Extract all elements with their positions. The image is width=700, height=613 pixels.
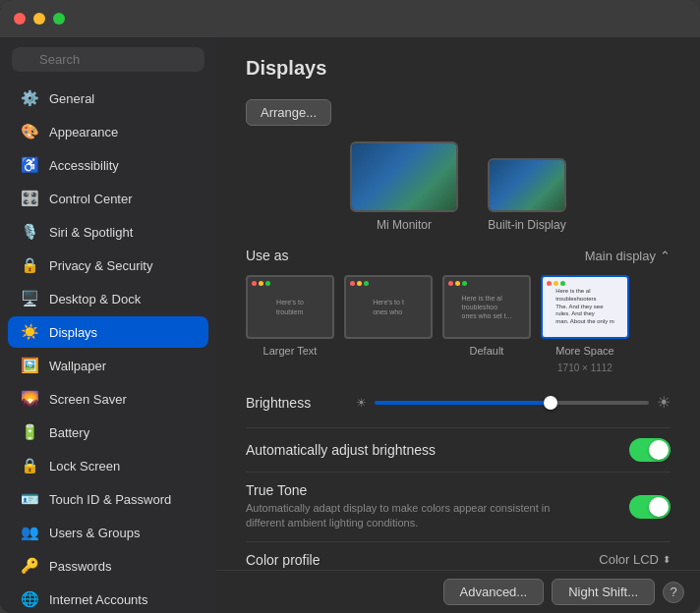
built-in-label: Built-in Display [488,218,565,232]
sidebar-item-accessibility[interactable]: ♿ Accessibility [8,149,208,181]
sidebar-item-internet-accounts[interactable]: 🌐 Internet Accounts [8,584,208,613]
resolution-options: Here's totroublem Larger Text Here's to … [246,275,671,373]
siri-icon: 🎙️ [20,222,39,242]
auto-brightness-toggle[interactable] [629,438,671,462]
sidebar-item-displays[interactable]: ☀️ Displays [8,316,208,348]
color-profile-value[interactable]: Color LCD ⬍ [599,552,671,567]
sidebar-item-label: Control Center [49,192,133,206]
sun-small-icon: ☀ [356,396,367,410]
res-option-2[interactable]: Here's to tones who [344,275,433,373]
use-as-value[interactable]: Main display ⌃ [585,249,671,263]
res-thumb-2: Here's to tones who [344,275,433,339]
help-button[interactable]: ? [663,582,684,603]
sidebar-item-label: Privacy & Security [49,258,152,273]
system-preferences-window: 🔍 ⚙️ General 🎨 Appearance ♿ Accessibilit… [0,0,700,613]
res-label-default: Default [470,345,504,357]
displays-icon: ☀️ [20,322,39,342]
use-as-label: Use as [246,248,289,263]
sidebar-item-appearance[interactable]: 🎨 Appearance [8,116,208,147]
sidebar-item-touch-id[interactable]: 🪪 Touch ID & Password [8,483,208,515]
chevron-updown-icon: ⬍ [663,554,671,565]
sidebar-item-label: General [49,91,94,106]
wallpaper-icon: 🖼️ [20,356,39,375]
sidebar-item-label: Battery [49,425,89,440]
sidebar-item-battery[interactable]: 🔋 Battery [8,417,208,448]
users-groups-icon: 👥 [20,523,39,542]
auto-brightness-row: Automatically adjust brightness [246,427,671,472]
touch-id-icon: 🪪 [20,489,39,509]
res-label-more-space: More Space [555,345,613,357]
color-profile-row: Color profile Color LCD ⬍ [246,541,671,570]
true-tone-title: True Tone [246,482,580,498]
sidebar-item-siri-spotlight[interactable]: 🎙️ Siri & Spotlight [8,216,208,248]
minimize-button[interactable] [33,13,45,25]
built-in-image [490,160,564,210]
screen-saver-icon: 🌄 [20,389,39,409]
built-in-thumb [488,158,566,212]
use-as-row: Use as Main display ⌃ [246,248,671,263]
accessibility-icon: ♿ [20,155,39,175]
res-option-larger-text[interactable]: Here's totroublem Larger Text [246,275,334,373]
brightness-row: Brightness ☀ ☀ [246,393,671,412]
passwords-icon: 🔑 [20,556,39,576]
bottom-bar: Advanced... Night Shift... ? [216,570,700,613]
sidebar-item-general[interactable]: ⚙️ General [8,83,208,114]
page-title: Displays [246,57,671,80]
brightness-slider-container: ☀ ☀ [356,393,671,412]
true-tone-description: Automatically adapt display to make colo… [246,501,580,531]
chevron-down-icon: ⌃ [660,249,671,263]
arrange-button[interactable]: Arrange... [246,99,331,126]
color-profile-label: Color profile [246,552,320,568]
res-thumb-default: Here is the altroubleshooones who set t.… [442,275,531,339]
sidebar-item-label: Desktop & Dock [49,292,141,306]
res-label-larger-text: Larger Text [263,345,318,357]
brightness-slider[interactable] [375,401,649,405]
privacy-icon: 🔒 [20,255,39,275]
mi-monitor-image [352,143,456,210]
sidebar-item-label: Lock Screen [49,459,120,474]
sidebar-item-control-center[interactable]: 🎛️ Control Center [8,183,208,214]
sidebar-item-users-groups[interactable]: 👥 Users & Groups [8,517,208,548]
general-icon: ⚙️ [20,88,39,108]
mi-monitor-thumb [350,141,458,212]
sidebar: 🔍 ⚙️ General 🎨 Appearance ♿ Accessibilit… [0,37,216,613]
sidebar-item-privacy-security[interactable]: 🔒 Privacy & Security [8,250,208,281]
res-thumb-more-space: Here is the altroubleshootersThe. And th… [541,275,629,339]
sun-large-icon: ☀ [657,393,671,412]
auto-brightness-title: Automatically adjust brightness [246,442,436,458]
sidebar-item-label: Siri & Spotlight [49,225,133,240]
res-thumb-larger-text: Here's totroublem [246,275,334,339]
search-container: 🔍 [0,37,216,82]
title-bar [0,0,700,37]
sidebar-item-label: Appearance [49,125,118,139]
sidebar-item-desktop-dock[interactable]: 🖥️ Desktop & Dock [8,283,208,314]
sidebar-item-label: Wallpaper [49,359,106,373]
sidebar-item-label: Passwords [49,559,112,574]
sidebar-item-passwords[interactable]: 🔑 Passwords [8,550,208,582]
sidebar-item-wallpaper[interactable]: 🖼️ Wallpaper [8,350,208,381]
battery-icon: 🔋 [20,422,39,442]
sidebar-item-screen-saver[interactable]: 🌄 Screen Saver [8,383,208,415]
main-panel: Displays Arrange... Mi Monitor [216,37,700,570]
mi-monitor-label: Mi Monitor [377,218,432,232]
night-shift-button[interactable]: Night Shift... [552,579,655,605]
sidebar-item-label: Screen Saver [49,392,127,407]
search-input[interactable] [12,47,204,72]
control-center-icon: 🎛️ [20,189,39,208]
content-area: 🔍 ⚙️ General 🎨 Appearance ♿ Accessibilit… [0,37,700,613]
true-tone-toggle[interactable] [629,495,671,519]
lock-screen-icon: 🔒 [20,456,39,475]
fullscreen-button[interactable] [53,13,65,25]
res-option-more-space[interactable]: Here is the altroubleshootersThe. And th… [541,275,629,373]
search-wrapper: 🔍 [12,47,204,72]
appearance-icon: 🎨 [20,122,39,141]
desktop-dock-icon: 🖥️ [20,289,39,308]
sidebar-item-label: Accessibility [49,158,119,173]
advanced-button[interactable]: Advanced... [443,579,545,605]
sidebar-item-label: Displays [49,325,97,340]
close-button[interactable] [14,13,26,25]
displays-row: Mi Monitor Built-in Display [246,141,671,232]
res-option-default[interactable]: Here is the altroubleshooones who set t.… [442,275,531,373]
display-arrange-area: Arrange... [246,99,671,132]
sidebar-item-lock-screen[interactable]: 🔒 Lock Screen [8,450,208,481]
